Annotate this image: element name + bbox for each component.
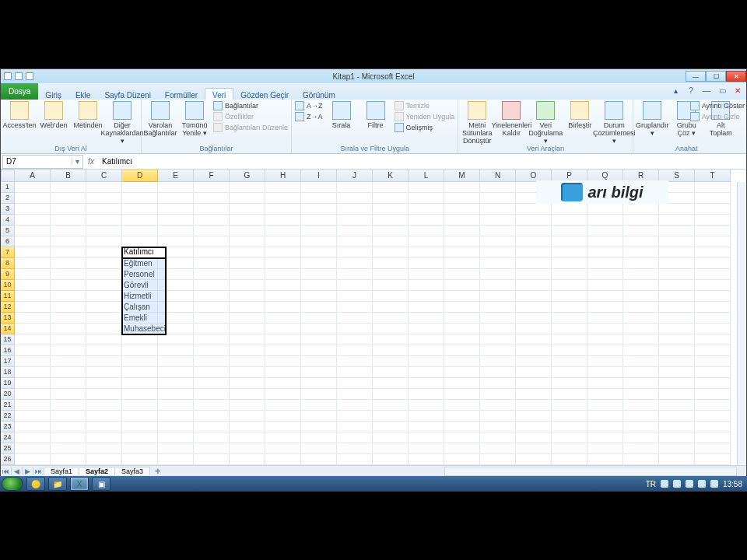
cell[interactable]: [86, 334, 122, 345]
cell[interactable]: [373, 258, 409, 269]
column-header[interactable]: M: [444, 170, 480, 182]
cell[interactable]: [265, 378, 301, 389]
cell[interactable]: [659, 400, 695, 411]
cell[interactable]: [230, 193, 265, 204]
cell-value[interactable]: Muhasebeci: [122, 324, 167, 334]
cell[interactable]: [659, 411, 695, 422]
cell[interactable]: [695, 258, 731, 269]
cell[interactable]: [158, 411, 194, 422]
cell[interactable]: [265, 422, 301, 432]
row-header[interactable]: 26: [1, 454, 15, 465]
cell[interactable]: [409, 269, 444, 280]
cell[interactable]: [552, 443, 587, 454]
ribbon-button[interactable]: Access'ten: [4, 101, 35, 129]
cell[interactable]: [51, 454, 86, 465]
cell[interactable]: [480, 324, 516, 334]
cell[interactable]: [194, 215, 230, 226]
cell[interactable]: [301, 258, 337, 269]
cell[interactable]: [301, 356, 337, 367]
cell[interactable]: [373, 443, 409, 454]
cell[interactable]: [51, 422, 86, 432]
cell[interactable]: [552, 454, 587, 465]
cell[interactable]: [587, 400, 623, 411]
cell[interactable]: [86, 432, 122, 443]
cell-value[interactable]: Personel: [122, 269, 167, 280]
cell[interactable]: [337, 378, 373, 389]
cell[interactable]: [552, 258, 587, 269]
cell[interactable]: [480, 291, 516, 302]
cell[interactable]: [158, 443, 194, 454]
cell[interactable]: [194, 443, 230, 454]
ribbon-button[interactable]: Filtre: [360, 101, 391, 129]
cell[interactable]: [659, 334, 695, 345]
cell[interactable]: [623, 378, 659, 389]
column-header[interactable]: T: [695, 170, 731, 182]
ribbon-button[interactable]: Metni Sütunlara Dönüştür: [461, 101, 493, 145]
taskbar-excel-icon[interactable]: X: [70, 477, 89, 491]
cell[interactable]: [659, 302, 695, 313]
cell[interactable]: [373, 313, 409, 324]
column-header[interactable]: L: [409, 170, 444, 182]
cell[interactable]: [15, 302, 51, 313]
cell[interactable]: [373, 454, 409, 465]
cell[interactable]: [15, 454, 51, 465]
cell[interactable]: [552, 334, 587, 345]
cell[interactable]: [659, 258, 695, 269]
cell[interactable]: [337, 443, 373, 454]
cell[interactable]: [695, 443, 731, 454]
cell[interactable]: [15, 422, 51, 432]
cell[interactable]: [122, 193, 158, 204]
cell[interactable]: [587, 378, 623, 389]
cell[interactable]: [587, 334, 623, 345]
cell[interactable]: [265, 334, 301, 345]
cell[interactable]: [444, 215, 480, 226]
minimize-button[interactable]: —: [686, 71, 706, 82]
cell[interactable]: [587, 236, 623, 247]
cell[interactable]: [409, 356, 444, 367]
cell[interactable]: [265, 443, 301, 454]
cell[interactable]: [230, 389, 265, 400]
cell[interactable]: [230, 443, 265, 454]
cell[interactable]: [516, 226, 552, 236]
cell[interactable]: [409, 193, 444, 204]
cell[interactable]: [623, 302, 659, 313]
cell[interactable]: [659, 454, 695, 465]
cell[interactable]: [444, 356, 480, 367]
cell[interactable]: [373, 291, 409, 302]
cell[interactable]: [230, 454, 265, 465]
cell[interactable]: [444, 291, 480, 302]
row-header[interactable]: 9: [1, 269, 15, 280]
cell[interactable]: [265, 389, 301, 400]
cell[interactable]: [230, 204, 265, 215]
cell[interactable]: [194, 280, 230, 291]
cell[interactable]: [86, 345, 122, 356]
cell[interactable]: [373, 334, 409, 345]
cell[interactable]: [51, 400, 86, 411]
row-header[interactable]: 4: [1, 215, 15, 226]
cell[interactable]: [695, 182, 731, 193]
cell[interactable]: [623, 454, 659, 465]
cell[interactable]: [480, 422, 516, 432]
cell[interactable]: [337, 400, 373, 411]
cell[interactable]: [337, 367, 373, 378]
cell[interactable]: [51, 324, 86, 334]
cell[interactable]: [587, 269, 623, 280]
column-header[interactable]: B: [51, 170, 86, 182]
cell[interactable]: [695, 204, 731, 215]
cell[interactable]: [444, 334, 480, 345]
cell[interactable]: [444, 400, 480, 411]
cell[interactable]: [587, 432, 623, 443]
cell[interactable]: [15, 367, 51, 378]
cell[interactable]: [409, 411, 444, 422]
cell[interactable]: [265, 269, 301, 280]
cell[interactable]: [337, 345, 373, 356]
cell[interactable]: [623, 432, 659, 443]
cell[interactable]: [265, 302, 301, 313]
cell[interactable]: [409, 182, 444, 193]
cell[interactable]: [516, 247, 552, 258]
system-tray[interactable]: TR 13:58: [646, 480, 747, 488]
cell[interactable]: [15, 215, 51, 226]
cell[interactable]: [695, 324, 731, 334]
windows-taskbar[interactable]: 🟡 📁 X ▣ TR 13:58: [0, 476, 747, 492]
cell[interactable]: [122, 443, 158, 454]
